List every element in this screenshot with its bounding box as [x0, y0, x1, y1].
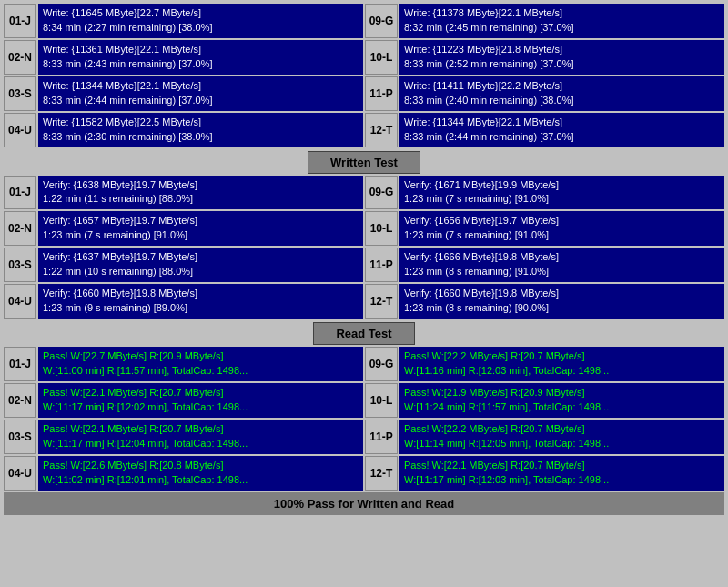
read-data-09g: Pass! W:[22.2 MByte/s] R:[20.7 MByte/s] …: [399, 347, 724, 381]
read-row-4: 04-U Pass! W:[22.6 MByte/s] R:[20.8 MByt…: [4, 456, 724, 491]
write-row-2: 02-N Write: {11361 MByte}[22.1 MByte/s] …: [4, 40, 724, 75]
write-data-10l: Write: {11223 MByte}[21.8 MByte/s] 8:33 …: [399, 40, 724, 75]
verify-id-04u: 04-U: [4, 284, 36, 319]
verify-data-12t: Verify: {1660 MByte}[19.8 MByte/s] 1:23 …: [399, 284, 724, 319]
footer-bar: 100% Pass for Written and Read: [4, 492, 724, 515]
write-id-09g: 09-G: [365, 4, 398, 38]
write-data-04u: Write: {11582 MByte}[22.5 MByte/s] 8:33 …: [38, 113, 363, 147]
write-data-09g: Write: {11378 MByte}[22.1 MByte/s] 8:32 …: [399, 4, 724, 38]
verify-row-2: 02-N Verify: {1657 MByte}[19.7 MByte/s] …: [4, 211, 724, 246]
read-id-04u: 04-U: [4, 456, 36, 491]
verify-section: 01-J Verify: {1638 MByte}[19.7 MByte/s] …: [4, 176, 724, 319]
read-row-3: 03-S Pass! W:[22.1 MByte/s] R:[20.7 MByt…: [4, 420, 724, 454]
verify-id-10l: 10-L: [365, 211, 398, 246]
verify-data-09g: Verify: {1671 MByte}[19.9 MByte/s] 1:23 …: [399, 176, 724, 210]
write-id-10l: 10-L: [365, 40, 398, 75]
read-test-header: Read Test: [4, 322, 724, 345]
write-data-11p: Write: {11411 MByte}[22.2 MByte/s] 8:33 …: [399, 76, 724, 111]
read-data-11p: Pass! W:[22.2 MByte/s] R:[20.7 MByte/s] …: [399, 420, 724, 454]
read-id-12t: 12-T: [365, 456, 398, 491]
write-row-4: 04-U Write: {11582 MByte}[22.5 MByte/s] …: [4, 113, 724, 147]
read-id-09g: 09-G: [365, 347, 398, 381]
write-id-04u: 04-U: [4, 113, 36, 147]
verify-id-01j: 01-J: [4, 176, 36, 210]
read-data-03s: Pass! W:[22.1 MByte/s] R:[20.7 MByte/s] …: [38, 420, 363, 454]
write-row-1: 01-J Write: {11645 MByte}[22.7 MByte/s] …: [4, 4, 724, 38]
read-section: 01-J Pass! W:[22.7 MByte/s] R:[20.9 MByt…: [4, 347, 724, 491]
write-section: 01-J Write: {11645 MByte}[22.7 MByte/s] …: [4, 4, 724, 147]
write-row-3: 03-S Write: {11344 MByte}[22.1 MByte/s] …: [4, 76, 724, 111]
read-data-04u: Pass! W:[22.6 MByte/s] R:[20.8 MByte/s] …: [38, 456, 363, 491]
read-row-2: 02-N Pass! W:[22.1 MByte/s] R:[20.7 MByt…: [4, 383, 724, 418]
read-id-03s: 03-S: [4, 420, 36, 454]
main-container: 01-J Write: {11645 MByte}[22.7 MByte/s] …: [0, 0, 728, 519]
verify-data-11p: Verify: {1666 MByte}[19.8 MByte/s] 1:23 …: [399, 248, 724, 282]
read-data-10l: Pass! W:[21.9 MByte/s] R:[20.9 MByte/s] …: [399, 383, 724, 418]
write-id-11p: 11-P: [365, 76, 398, 111]
write-data-03s: Write: {11344 MByte}[22.1 MByte/s] 8:33 …: [38, 76, 363, 111]
verify-data-03s: Verify: {1637 MByte}[19.7 MByte/s] 1:22 …: [38, 248, 363, 282]
written-test-header: Written Test: [4, 151, 724, 174]
verify-id-12t: 12-T: [365, 284, 398, 319]
verify-id-09g: 09-G: [365, 176, 398, 210]
verify-data-01j: Verify: {1638 MByte}[19.7 MByte/s] 1:22 …: [38, 176, 363, 210]
verify-id-03s: 03-S: [4, 248, 36, 282]
write-id-03s: 03-S: [4, 76, 36, 111]
write-id-01j: 01-J: [4, 4, 36, 38]
read-id-11p: 11-P: [365, 420, 398, 454]
verify-data-10l: Verify: {1656 MByte}[19.7 MByte/s] 1:23 …: [399, 211, 724, 246]
read-id-10l: 10-L: [365, 383, 398, 418]
read-id-01j: 01-J: [4, 347, 36, 381]
verify-data-04u: Verify: {1660 MByte}[19.8 MByte/s] 1:23 …: [38, 284, 363, 319]
verify-id-11p: 11-P: [365, 248, 398, 282]
verify-row-4: 04-U Verify: {1660 MByte}[19.8 MByte/s] …: [4, 284, 724, 319]
verify-row-3: 03-S Verify: {1637 MByte}[19.7 MByte/s] …: [4, 248, 724, 282]
verify-data-02n: Verify: {1657 MByte}[19.7 MByte/s] 1:23 …: [38, 211, 363, 246]
verify-row-1: 01-J Verify: {1638 MByte}[19.7 MByte/s] …: [4, 176, 724, 210]
write-id-02n: 02-N: [4, 40, 36, 75]
read-row-1: 01-J Pass! W:[22.7 MByte/s] R:[20.9 MByt…: [4, 347, 724, 381]
write-id-12t: 12-T: [365, 113, 398, 147]
write-data-02n: Write: {11361 MByte}[22.1 MByte/s] 8:33 …: [38, 40, 363, 75]
write-data-12t: Write: {11344 MByte}[22.1 MByte/s] 8:33 …: [399, 113, 724, 147]
read-data-12t: Pass! W:[22.1 MByte/s] R:[20.7 MByte/s] …: [399, 456, 724, 491]
write-data-01j: Write: {11645 MByte}[22.7 MByte/s] 8:34 …: [38, 4, 363, 38]
read-data-01j: Pass! W:[22.7 MByte/s] R:[20.9 MByte/s] …: [38, 347, 363, 381]
read-data-02n: Pass! W:[22.1 MByte/s] R:[20.7 MByte/s] …: [38, 383, 363, 418]
read-id-02n: 02-N: [4, 383, 36, 418]
verify-id-02n: 02-N: [4, 211, 36, 246]
